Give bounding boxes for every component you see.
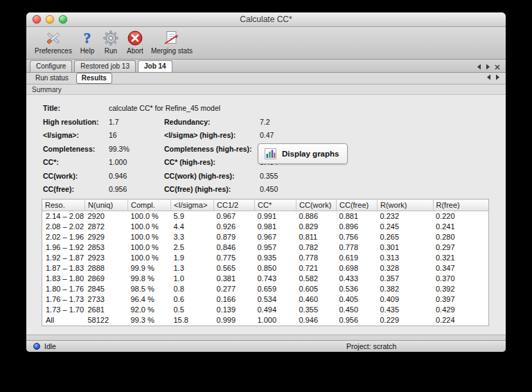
display-graphs-label: Display graphs [282, 150, 339, 158]
summary-label: CC(work) (high-res): [164, 172, 260, 181]
close-tab-icon[interactable] [495, 64, 500, 70]
table-cell: 100.0 % [128, 232, 171, 242]
table-row[interactable]: 1.80 – 1.76 2845 98.5 % 0.8 0.277 0.659 … [42, 284, 489, 294]
tab-run-status[interactable]: Run status [30, 73, 73, 83]
table-cell: 0.435 [378, 305, 434, 315]
minimize-window-button[interactable] [46, 15, 54, 24]
table-cell: 0.355 [296, 305, 337, 315]
table-cell: 2681 [85, 305, 128, 315]
table-cell: 0.232 [378, 211, 434, 222]
table-cell: 0.139 [214, 305, 255, 315]
table-cell: 100.0 % [128, 242, 171, 253]
table-cell: 0.881 [337, 211, 378, 222]
table-cell: 0.347 [433, 263, 489, 274]
column-header[interactable]: Reso. [42, 199, 85, 211]
status-text: Idle [44, 342, 56, 350]
run-button[interactable]: Run [103, 29, 119, 55]
tool-label: Abort [127, 47, 143, 55]
table-cell: 0.886 [296, 211, 337, 222]
scroll-left-icon[interactable] [477, 64, 481, 70]
merging-stats-button[interactable]: Merging stats [151, 29, 193, 55]
table-cell: 1.3 [171, 263, 214, 274]
column-header[interactable]: CC(work) [296, 199, 337, 211]
table-cell: 0.536 [337, 284, 378, 294]
table-row[interactable]: 1.83 – 1.80 2869 99.8 % 1.0 0.381 0.743 … [42, 274, 489, 284]
table-cell: 0.433 [337, 274, 378, 284]
table-cell: 0.5 [171, 305, 214, 315]
summary-value: 1.000 [109, 158, 164, 167]
summary-label: High resolution: [43, 118, 109, 127]
titlebar[interactable]: Calculate CC* [26, 12, 506, 27]
table-cell: 0.743 [255, 274, 296, 284]
summary-value: 0.946 [109, 172, 164, 181]
table-cell: 0.8 [171, 284, 214, 294]
table-cell: 92.0 % [128, 305, 171, 315]
table-cell: 0.229 [378, 315, 434, 326]
scroll-right-icon[interactable] [495, 74, 500, 80]
zoom-window-button[interactable] [59, 15, 67, 24]
tab-configure[interactable]: Configure [30, 60, 72, 72]
abort-button[interactable]: Abort [127, 29, 143, 55]
table-row[interactable]: 1.76 – 1.73 2733 96.4 % 0.6 0.166 0.534 … [42, 294, 489, 305]
table-row[interactable]: 1.87 – 1.83 2888 99.9 % 1.3 0.565 0.850 … [42, 263, 489, 274]
column-header[interactable]: CC1/2 [214, 199, 255, 211]
table-cell: 0.397 [433, 294, 489, 305]
table-cell: 0.879 [214, 232, 255, 242]
table-cell: 0.721 [296, 263, 337, 274]
table-cell: 99.9 % [128, 263, 171, 274]
table-cell: 0.166 [214, 294, 255, 305]
scroll-left-icon[interactable] [486, 74, 491, 80]
table-cell: 1.96 – 1.92 [42, 242, 85, 253]
tab-label: Run status [35, 74, 69, 82]
table-row[interactable]: 1.73 – 1.70 2681 92.0 % 0.5 0.139 0.494 … [42, 305, 489, 315]
summary-row: High resolution: 1.7 Redundancy: 7.2 [43, 118, 506, 127]
table-cell: 0.241 [433, 222, 489, 232]
table-cell: 2923 [85, 253, 128, 263]
tab-restored-job-13[interactable]: Restored job 13 [74, 60, 136, 72]
tab-label: Configure [36, 62, 66, 70]
table-cell: 1.80 – 1.76 [42, 284, 85, 294]
tab-job-14[interactable]: Job 14 [138, 60, 172, 72]
table-body: 2.14 – 2.08 2920 100.0 % 5.9 0.967 0.991… [42, 211, 489, 326]
table-row[interactable]: 2.14 – 2.08 2920 100.0 % 5.9 0.967 0.991… [42, 211, 489, 222]
table-row[interactable]: 2.02 – 1.96 2929 100.0 % 3.3 0.879 0.967… [42, 232, 489, 242]
table-cell: 99.3 % [128, 315, 171, 326]
summary-value: 16 [109, 131, 164, 140]
preferences-tools-icon [44, 29, 62, 46]
column-header[interactable]: R(free) [433, 199, 489, 211]
table-cell: 2.08 – 2.02 [42, 222, 85, 232]
column-header[interactable]: N(uniq) [85, 199, 128, 211]
table-cell: 0.297 [433, 242, 489, 253]
column-header[interactable]: R(work) [378, 199, 434, 211]
table-row[interactable]: 1.92 – 1.87 2923 100.0 % 1.9 0.775 0.935… [42, 253, 489, 263]
table-cell: 99.8 % [128, 274, 171, 284]
preferences-button[interactable]: Preferences [35, 29, 72, 55]
table-cell: 0.846 [214, 242, 255, 253]
close-window-button[interactable] [33, 15, 41, 24]
table-cell: 0.896 [337, 222, 378, 232]
status-indicator-icon [33, 343, 40, 350]
table-cell: 1.87 – 1.83 [42, 263, 85, 274]
table-cell: 0.313 [378, 253, 434, 263]
table-row[interactable]: 1.96 – 1.92 2853 100.0 % 2.5 0.846 0.957… [42, 242, 489, 253]
scroll-right-icon[interactable] [486, 64, 490, 70]
tab-results[interactable]: Results [76, 73, 112, 84]
summary-row: <I/sigma>: 16 <I/sigma> (high-res): 0.47 [43, 131, 506, 140]
column-header[interactable]: CC* [255, 199, 296, 211]
table-cell: 2845 [85, 284, 128, 294]
table-cell: 0.659 [255, 284, 296, 294]
table-cell: 0.224 [433, 315, 489, 326]
table-cell: 2853 [85, 242, 128, 253]
table-cell: 0.357 [378, 274, 434, 284]
column-header[interactable]: CC(free) [337, 199, 378, 211]
table-row[interactable]: 2.08 – 2.02 2872 100.0 % 4.4 0.926 0.981… [42, 222, 489, 232]
table-cell: 0.245 [378, 222, 434, 232]
table-cell: All [42, 315, 85, 326]
column-header[interactable]: <I/sigma> [171, 199, 214, 211]
tool-label: Run [105, 47, 117, 55]
column-header[interactable]: Compl. [128, 199, 171, 211]
table-cell: 100.0 % [128, 253, 171, 263]
display-graphs-button[interactable]: Display graphs [258, 143, 348, 164]
table-row[interactable]: All 58122 99.3 % 15.8 0.999 1.000 0.946 … [42, 315, 489, 326]
help-button[interactable]: ? Help [80, 29, 95, 55]
